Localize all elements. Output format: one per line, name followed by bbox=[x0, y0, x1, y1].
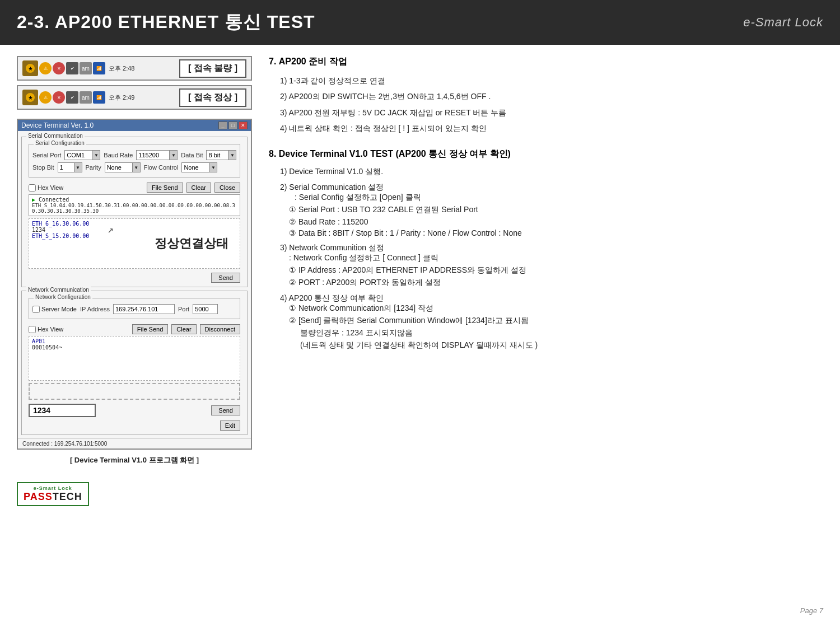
item4-sub2: 불량인경우 : 1234 표시되지않음 bbox=[300, 328, 823, 338]
hex-view-check[interactable]: Hex View bbox=[29, 184, 63, 191]
close-btn[interactable]: ✕ bbox=[239, 122, 248, 129]
close-serial-btn[interactable]: Close bbox=[214, 183, 240, 193]
section8-item3: 3) Network Communition 설정 : Network Conf… bbox=[280, 243, 823, 288]
ip-address-input[interactable] bbox=[113, 304, 175, 314]
net-hex-view-checkbox[interactable] bbox=[29, 326, 36, 333]
parity-input[interactable] bbox=[105, 162, 133, 172]
eth-line-2: 1234 bbox=[32, 227, 237, 233]
clear-btn[interactable]: Clear bbox=[186, 183, 211, 193]
window-controls: _ □ ✕ bbox=[218, 122, 248, 129]
minimize-btn[interactable]: _ bbox=[218, 122, 227, 129]
stop-bit-label: Stop Bit bbox=[32, 164, 54, 171]
net-clear-btn[interactable]: Clear bbox=[171, 324, 196, 334]
data-bit-arrow[interactable]: ▼ bbox=[228, 150, 236, 160]
logo-bottom-row: PASSTECH bbox=[24, 491, 82, 503]
taskbar-icon-7: ★ bbox=[22, 90, 38, 105]
normal-state-label: 정상연결상태 bbox=[155, 235, 228, 252]
page-number: Page 7 bbox=[800, 606, 823, 615]
item1-text: 1) Device Terminal V1.0 실행. bbox=[280, 167, 823, 177]
serial-send-btn[interactable]: Send bbox=[211, 273, 240, 283]
taskbar-icon-3: ✕ bbox=[53, 62, 65, 74]
terminal-title: Device Terminal Ver. 1.0 bbox=[21, 122, 94, 129]
port-input[interactable] bbox=[193, 304, 218, 314]
baud-rate-arrow[interactable]: ▼ bbox=[170, 150, 178, 160]
taskbar-icon-9: ✕ bbox=[53, 91, 65, 104]
server-mode-check[interactable]: Server Mode bbox=[32, 306, 77, 313]
terminal-window: Device Terminal Ver. 1.0 _ □ ✕ Serial Co… bbox=[17, 119, 252, 450]
network-comm-group: Network Communication Network Configurat… bbox=[21, 291, 248, 435]
server-mode-checkbox[interactable] bbox=[32, 306, 40, 313]
connected-line: ▶ Connected bbox=[32, 197, 237, 203]
item2-sub3: ③ Data Bit : 8BIT / Stop Bit : 1 / Parit… bbox=[289, 228, 823, 237]
taskbar-icon-4: ✔ bbox=[66, 62, 78, 74]
baud-rate-input[interactable] bbox=[136, 150, 170, 160]
parity-arrow[interactable]: ▼ bbox=[133, 162, 141, 172]
item4-sub: ① Network Communication의 [1234] 작성 ② [Se… bbox=[289, 303, 823, 351]
terminal-caption: [ Device Terminal V1.0 프로그램 화면 ] bbox=[17, 455, 252, 465]
network-message-input[interactable] bbox=[29, 404, 96, 417]
serial-port-row: Serial Port ▼ Baud Rate ▼ Data Bit bbox=[32, 150, 236, 160]
eth-line-1: ETH_6_16.30.06.00 bbox=[32, 221, 237, 227]
ip-address-label: IP Address bbox=[80, 306, 110, 312]
taskbar-icon-8: ⚠ bbox=[39, 91, 52, 104]
item4-sub1: ② [Send] 클릭하면 Serial Communition Window에… bbox=[289, 316, 823, 326]
item2-sub1: ① Serial Port : USB TO 232 CABLE 연결된 Ser… bbox=[289, 205, 823, 215]
flow-control-input[interactable] bbox=[181, 162, 209, 172]
item4-sub0: ① Network Communication의 [1234] 작성 bbox=[289, 303, 823, 314]
net-hex-view-check[interactable]: Hex View bbox=[29, 326, 63, 333]
conn2-time: 오후 2:49 bbox=[109, 94, 134, 102]
baud-rate-label: Baud Rate bbox=[104, 152, 133, 158]
connection-good-box: ★ ⚠ ✕ ✔ am 📶 오후 2:49 [ 접속 정상 ] bbox=[17, 85, 252, 110]
disconnect-btn[interactable]: Disconnect bbox=[200, 324, 240, 334]
taskbar-icon-6: 📶 bbox=[93, 62, 105, 74]
list-item: 4) 네트웍 상태 확인 : 접속 정상인 [ ! ] 표시되어 있는지 확인 bbox=[280, 122, 823, 134]
item4-sub3: (네트웍 상태 및 기타 연결상태 확인하여 DISPLAY 될때까지 재시도 … bbox=[300, 340, 823, 351]
data-bit-input[interactable] bbox=[206, 150, 228, 160]
list-item: 3) AP200 전원 재부팅 : 5V DC JACK 재삽입 or RESE… bbox=[280, 106, 823, 119]
net-file-send-btn[interactable]: File Send bbox=[132, 324, 168, 334]
terminal-footer: Connected : 169.254.76.101:5000 bbox=[18, 438, 251, 449]
serial-comm-group: Serial Communication Serial Configuratio… bbox=[21, 137, 248, 287]
section8-item2: 2) Serial Communication 설정 : Serial Conf… bbox=[280, 183, 823, 237]
taskbar-icon-2: ⚠ bbox=[39, 62, 52, 74]
network-config-label: Network Configuration bbox=[34, 294, 92, 300]
network-comm-label: Network Communication bbox=[26, 287, 91, 293]
flow-control-label: Flow Control bbox=[144, 164, 179, 171]
hex-view-checkbox[interactable] bbox=[29, 184, 36, 191]
data-bit-label: Data Bit bbox=[181, 152, 203, 158]
taskbar-icon-12: 📶 bbox=[93, 91, 105, 104]
section8-item4: 4) AP200 통신 정상 여부 확인 ① Network Communica… bbox=[280, 293, 823, 351]
conn2-label: [ 접속 정상 ] bbox=[179, 88, 246, 107]
net-recv-line-2: 00010504~ bbox=[32, 344, 237, 351]
taskbar-icon-5: am bbox=[80, 62, 92, 74]
serial-port-input[interactable] bbox=[64, 150, 92, 160]
serial-recv-display: ▶ Connected ETH_S_10.04.00.19.41.50.30.3… bbox=[29, 194, 240, 216]
section8-heading: 8. Device Terminal V1.0 TEST (AP200 통신 정… bbox=[269, 148, 823, 160]
section-7: 7. AP200 준비 작업 1) 1-3과 같이 정상적으로 연결 2) AP… bbox=[269, 56, 823, 135]
file-send-btn[interactable]: File Send bbox=[147, 183, 183, 193]
svg-text:★: ★ bbox=[28, 66, 33, 72]
section7-heading: 7. AP200 준비 작업 bbox=[269, 56, 823, 68]
left-column: ★ ⚠ ✕ ✔ am 📶 오후 2:48 [ 접속 불량 ] ★ ⚠ ✕ ✔ a… bbox=[17, 56, 252, 506]
taskbar-icon-10: ✔ bbox=[66, 91, 78, 104]
network-send-row: Send bbox=[25, 402, 244, 419]
item2-sub2: ② Baud Rate : 115200 bbox=[289, 217, 823, 226]
stop-bit-row: Stop Bit ▼ Parity ▼ Flow Control bbox=[32, 162, 236, 172]
page-title: 2-3. AP200 ETHERNET 통신 TEST bbox=[17, 10, 315, 35]
taskbar-icons-2: ★ ⚠ ✕ ✔ am 📶 오후 2:49 bbox=[22, 90, 134, 105]
net-send-btn[interactable]: Send bbox=[211, 405, 240, 415]
stop-bit-input[interactable] bbox=[58, 162, 74, 172]
logo-area: e-Smart Lock PASSTECH bbox=[17, 482, 252, 506]
stop-bit-arrow[interactable]: ▼ bbox=[74, 162, 82, 172]
maximize-btn[interactable]: □ bbox=[228, 122, 237, 129]
network-recv-display: AP01 00010504~ bbox=[29, 336, 240, 381]
parity-label: Parity bbox=[86, 164, 101, 171]
main-content: ★ ⚠ ✕ ✔ am 📶 오후 2:48 [ 접속 불량 ] ★ ⚠ ✕ ✔ a… bbox=[0, 45, 840, 517]
flow-control-arrow[interactable]: ▼ bbox=[209, 162, 217, 172]
serial-toolbar: Hex View File Send Clear Close bbox=[25, 181, 244, 194]
serial-port-arrow[interactable]: ▼ bbox=[92, 150, 100, 160]
item3-sub2: ② PORT : AP200의 PORT와 동일하게 설정 bbox=[289, 278, 823, 288]
list-item: 1) 1-3과 같이 정상적으로 연결 bbox=[280, 74, 823, 87]
brand-label: e-Smart Lock bbox=[743, 15, 823, 30]
exit-btn[interactable]: Exit bbox=[220, 421, 240, 431]
